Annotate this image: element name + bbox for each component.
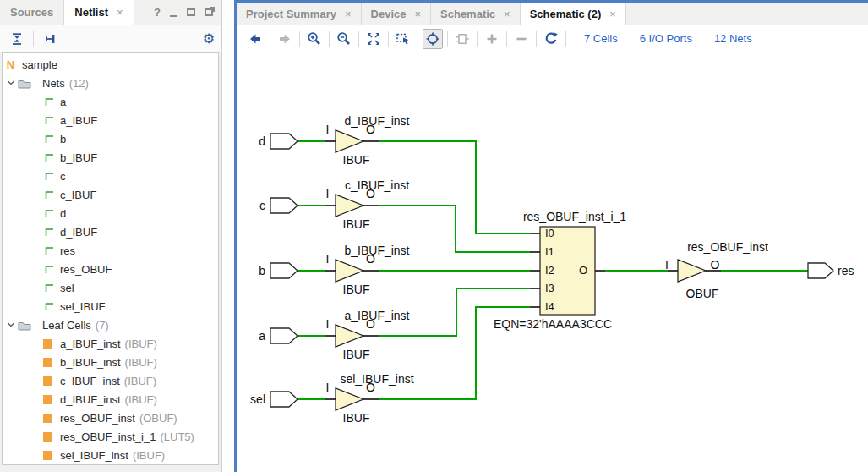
instance-label: sel_IBUF_inst <box>318 372 436 386</box>
pin-label-i1: I1 <box>545 245 564 258</box>
tab-schematic[interactable]: Schematic × <box>431 3 521 25</box>
close-icon[interactable]: × <box>117 6 123 19</box>
net-icon <box>43 244 55 256</box>
group-by-hierarchy-button[interactable] <box>40 29 60 49</box>
tree-node-net-a[interactable]: a <box>3 92 218 111</box>
tree-node-cell-res_obuf_inst[interactable]: res_OBUF_inst(OBUF) <box>3 409 218 427</box>
tree-node-cell-c_ibuf_inst[interactable]: c_IBUF_inst(IBUF) <box>3 371 218 390</box>
cell-type-label: IBUF <box>325 217 388 231</box>
tree-node-leaf-cells[interactable]: Leaf Cells (7) <box>3 316 218 334</box>
folder-icon <box>18 78 32 89</box>
net-icon <box>43 96 55 107</box>
schematic-row-sel: sel sel_IBUF_inst I O IBUF <box>237 370 456 429</box>
tree-node-net-d[interactable]: d <box>3 204 218 222</box>
close-icon[interactable]: × <box>345 8 352 20</box>
float-icon[interactable] <box>205 8 213 16</box>
port-res[interactable] <box>808 263 833 278</box>
tree-label: Leaf Cells <box>42 319 91 332</box>
nets-count-link[interactable]: 12 Nets <box>714 32 752 45</box>
tree-label: c_IBUF <box>60 189 96 201</box>
tab-device[interactable]: Device × <box>362 3 432 25</box>
tree-node-net-d_ibuf[interactable]: d_IBUF <box>3 222 218 241</box>
tree-label: c_IBUF_inst <box>60 375 120 387</box>
schematic-panel: Project Summary × Device × Schematic × S… <box>234 0 868 472</box>
tree-node-net-b_ibuf[interactable]: b_IBUF <box>3 148 218 167</box>
toolbar-separator <box>329 31 330 47</box>
autofit-selection-button[interactable] <box>423 29 443 49</box>
schematic-canvas[interactable]: d d_IBUF_inst I O IBUF c c_IBUF_inst I O… <box>237 52 868 472</box>
close-icon[interactable]: × <box>414 8 421 20</box>
tree-node-net-b[interactable]: b <box>3 129 218 148</box>
netlist-tree: N sample Nets (12) a a_IBUF b b_IBUF c c… <box>2 52 219 465</box>
cell-res-obuf-inst[interactable] <box>678 260 706 282</box>
zoom-out-button[interactable] <box>334 29 354 49</box>
net-icon <box>43 114 55 126</box>
tab-schematic-2[interactable]: Schematic (2) × <box>521 3 626 25</box>
tree-node-net-res[interactable]: res <box>3 241 218 260</box>
schematic-row-a: a a_IBUF_inst I O IBUF <box>237 306 456 365</box>
tree-node-cell-d_ibuf_inst[interactable]: d_IBUF_inst(IBUF) <box>3 390 218 409</box>
gear-icon[interactable]: ⚙ <box>203 32 215 46</box>
tree-node-net-res_obuf[interactable]: res_OBUF <box>3 260 218 278</box>
port-label: a <box>237 329 265 343</box>
port-label: c <box>237 199 265 212</box>
tab-label: Project Summary <box>246 8 336 20</box>
remove-button[interactable] <box>511 29 532 49</box>
tree-label: d <box>60 207 66 220</box>
toolbar-separator <box>477 31 478 47</box>
tree-node-cell-b_ibuf_inst[interactable]: b_IBUF_inst(IBUF) <box>3 353 218 371</box>
tree-node-cell-res_obuf_inst_i_1[interactable]: res_OBUF_inst_i_1(LUT5) <box>3 427 218 446</box>
pin-label-i: I <box>321 123 334 136</box>
cells-count-link[interactable]: 7 Cells <box>584 32 618 45</box>
port-label: b <box>237 264 265 277</box>
close-icon[interactable]: × <box>609 8 616 20</box>
tab-project-summary[interactable]: Project Summary × <box>237 3 362 25</box>
maximize-icon[interactable] <box>187 8 195 16</box>
tree-node-net-sel_ibuf[interactable]: sel_IBUF <box>3 297 218 316</box>
toolbar-separator <box>506 31 507 47</box>
pin-label-o: O <box>708 258 722 272</box>
tree-label: res <box>60 244 75 257</box>
regenerate-button[interactable] <box>541 29 561 49</box>
tree-node-net-c[interactable]: c <box>3 167 218 185</box>
tree-node-nets[interactable]: Nets (12) <box>3 74 218 92</box>
help-icon[interactable]: ? <box>154 6 161 19</box>
zoom-fit-button[interactable] <box>363 29 384 49</box>
tab-sources[interactable]: Sources <box>0 0 64 25</box>
left-panel-tabbar: Sources Netlist × ? <box>0 0 221 25</box>
cell-icon <box>43 414 52 423</box>
net-icon <box>43 207 55 219</box>
toolbar-separator <box>418 31 418 47</box>
port-label: d <box>237 134 265 148</box>
tree-node-cell-a_ibuf_inst[interactable]: a_IBUF_inst(IBUF) <box>3 334 218 353</box>
cell-type: (IBUF) <box>125 356 157 369</box>
tree-label: b_IBUF_inst <box>60 356 121 369</box>
chevron-down-icon[interactable] <box>7 79 18 87</box>
tree-label: c <box>60 170 66 183</box>
editor-tabbar: Project Summary × Device × Schematic × S… <box>237 3 868 25</box>
tree-node-cell-sel_ibuf_inst[interactable]: sel_IBUF_inst(IBUF) <box>3 446 218 464</box>
close-icon[interactable]: × <box>504 8 510 20</box>
pin-label-i: I <box>661 258 673 272</box>
io-ports-count-link[interactable]: 6 I/O Ports <box>640 32 692 45</box>
forward-button[interactable] <box>275 29 295 49</box>
back-button[interactable] <box>245 29 265 49</box>
zoom-to-selection-button[interactable] <box>393 29 413 49</box>
zoom-in-button[interactable] <box>304 29 325 49</box>
add-button[interactable] <box>482 29 502 49</box>
tree-node-net-a_ibuf[interactable]: a_IBUF <box>3 111 218 129</box>
instance-label: b_IBUF_inst <box>318 244 436 257</box>
tab-netlist[interactable]: Netlist × <box>64 0 134 25</box>
pin-label-o: O <box>364 187 377 200</box>
tree-label: a_IBUF_inst <box>60 338 121 350</box>
add-cell-button[interactable] <box>452 29 472 49</box>
tree-node-net-c_ibuf[interactable]: c_IBUF <box>3 185 218 204</box>
pin-label-i: I <box>321 381 334 394</box>
tree-node-net-sel[interactable]: sel <box>3 278 218 297</box>
collapse-all-button[interactable] <box>7 29 27 49</box>
tree-node-sample[interactable]: N sample <box>3 55 218 74</box>
cell-type-label: IBUF <box>325 411 388 425</box>
minimize-icon[interactable] <box>170 8 177 17</box>
tab-netlist-label: Netlist <box>74 6 108 19</box>
chevron-down-icon[interactable] <box>7 321 18 329</box>
